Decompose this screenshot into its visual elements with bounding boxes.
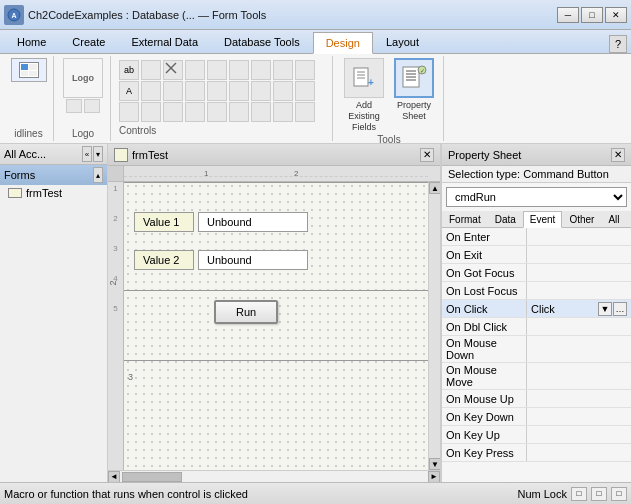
tab-layout[interactable]: Layout [373,31,432,53]
ps-row-on-click: On Click Click ▼ … [442,300,631,318]
ctrl-btn-a8[interactable] [273,81,293,101]
ribbon-group-views: idlines [4,56,54,141]
ctrl-btn-1[interactable]: ab [119,60,139,80]
ps-prop-value[interactable] [527,390,631,407]
scroll-track[interactable] [429,194,440,458]
ps-close-btn[interactable]: ✕ [611,148,625,162]
ps-prop-value[interactable] [527,264,631,281]
ps-tab-event[interactable]: Event [523,211,563,228]
ps-prop-name: On Dbl Click [442,318,527,335]
help-button[interactable]: ? [609,35,627,53]
tab-database-tools[interactable]: Database Tools [211,31,313,53]
form-scrollbar[interactable]: ▲ ▼ [428,182,440,470]
ctrl-btn-b8[interactable] [273,102,293,122]
controls-row1: ab [119,60,326,80]
field-label-2: Value 2 [134,250,194,270]
ctrl-btn-b7[interactable] [251,102,271,122]
tab-external-data[interactable]: External Data [118,31,211,53]
title-bar-left: A Ch2CodeExamples : Database (... — Form… [4,5,266,25]
add-existing-fields-button[interactable]: + Add ExistingFields [341,58,387,132]
ps-click-dropdown-btn[interactable]: ▼ [598,302,612,316]
minimize-button[interactable]: ─ [557,7,579,23]
h-scroll-thumb[interactable] [122,472,182,482]
maximize-button[interactable]: □ [581,7,603,23]
ctrl-btn-b3[interactable] [163,102,183,122]
view-button[interactable] [11,58,47,82]
tab-design[interactable]: Design [313,32,373,54]
date-time-btn[interactable] [84,99,100,113]
tab-create[interactable]: Create [59,31,118,53]
nav-options-btn[interactable]: ▾ [93,146,103,162]
ctrl-btn-a2[interactable] [141,81,161,101]
ctrl-btn-a5[interactable] [207,81,227,101]
ps-tab-other[interactable]: Other [562,211,601,227]
controls-row2: A [119,81,326,101]
ps-prop-value[interactable] [527,282,631,299]
ps-prop-value[interactable] [527,246,631,263]
scroll-left-btn[interactable]: ◄ [108,471,120,483]
ps-row-on-dbl-click: On Dbl Click [442,318,631,336]
title-bar: A Ch2CodeExamples : Database (... — Form… [0,0,631,30]
ctrl-btn-b9[interactable] [295,102,315,122]
form-h-scrollbar[interactable]: ◄ ► [108,470,440,482]
ps-prop-name: On Click [442,300,527,317]
ps-tab-format[interactable]: Format [442,211,488,227]
ps-prop-value[interactable]: Click ▼ … [527,300,631,317]
ps-row-on-mouse-down: On Mouse Down [442,336,631,363]
ctrl-btn-2[interactable] [141,60,161,80]
title-btn[interactable] [66,99,82,113]
field-value-2[interactable]: Unbound [198,250,308,270]
ctrl-btn-3[interactable] [163,60,183,80]
ctrl-btn-b2[interactable] [141,102,161,122]
ctrl-btn-8[interactable] [273,60,293,80]
left-panel: All Acc... « ▾ Forms ▴ frmTest [0,144,108,482]
controls-row3 [119,102,326,122]
logo-button[interactable]: Logo [63,58,103,98]
ctrl-btn-a3[interactable] [163,81,183,101]
ps-click-builder-btn[interactable]: … [613,302,627,316]
ctrl-btn-a1[interactable]: A [119,81,139,101]
ps-prop-value[interactable] [527,318,631,335]
ctrl-btn-6[interactable] [229,60,249,80]
ctrl-btn-a9[interactable] [295,81,315,101]
scroll-up-btn[interactable]: ▲ [429,182,440,194]
scroll-right-btn[interactable]: ► [428,471,440,483]
property-sheet-button[interactable]: ✓ PropertySheet [391,58,437,122]
ctrl-btn-b5[interactable] [207,102,227,122]
nav-forms-section[interactable]: Forms ▴ [0,165,107,185]
ctrl-btn-a6[interactable] [229,81,249,101]
scroll-down-btn[interactable]: ▼ [429,458,440,470]
ps-row-on-key-down: On Key Down [442,408,631,426]
ps-tab-data[interactable]: Data [488,211,523,227]
ctrl-btn-a4[interactable] [185,81,205,101]
ps-tab-all[interactable]: All [601,211,626,227]
ctrl-btn-9[interactable] [295,60,315,80]
ps-object-dropdown[interactable]: cmdRun [446,187,627,207]
form-name: frmTest [26,187,62,199]
ps-prop-value[interactable] [527,444,631,461]
ps-table: On Enter On Exit On Got Focus On Lost Fo… [442,228,631,482]
property-sheet: Property Sheet ✕ Selection type: Command… [441,144,631,482]
ctrl-btn-4[interactable] [185,60,205,80]
close-button[interactable]: ✕ [605,7,627,23]
nav-collapse-btn[interactable]: « [82,146,92,162]
nav-item-frmtest[interactable]: frmTest [0,185,107,201]
ctrl-btn-7[interactable] [251,60,271,80]
ps-prop-value[interactable] [527,408,631,425]
field-value-1[interactable]: Unbound [198,212,308,232]
ctrl-btn-b1[interactable] [119,102,139,122]
ctrl-btn-b6[interactable] [229,102,249,122]
forms-collapse-btn[interactable]: ▴ [93,167,103,183]
ctrl-btn-b4[interactable] [185,102,205,122]
form-section-line-3 [124,360,428,361]
tab-home[interactable]: Home [4,31,59,53]
ps-prop-value[interactable] [527,336,631,362]
ctrl-btn-a7[interactable] [251,81,271,101]
run-button[interactable]: Run [214,300,278,324]
ps-prop-value[interactable] [527,363,631,389]
ctrl-btn-5[interactable] [207,60,227,80]
ps-prop-value[interactable] [527,426,631,443]
ruler-base-line [124,176,428,177]
form-close-btn[interactable]: ✕ [420,148,434,162]
ps-prop-value[interactable] [527,228,631,245]
